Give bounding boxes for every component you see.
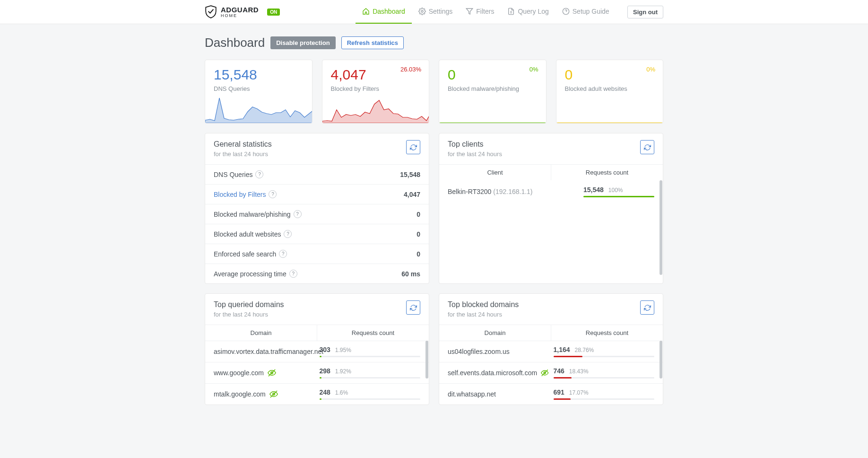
- nav-settings[interactable]: Settings: [412, 0, 460, 24]
- signout-button[interactable]: Sign out: [627, 6, 663, 18]
- stat-label: Blocked malware/phishing: [448, 85, 538, 92]
- logo[interactable]: ADGUARD HOME ON: [205, 5, 280, 18]
- domain-cell[interactable]: dit.whatsapp.net: [448, 390, 549, 398]
- row-safe-search: Enforced safe search? 0: [205, 244, 429, 264]
- bar: [320, 398, 421, 400]
- brand-name: ADGUARD: [221, 6, 259, 13]
- count-pct: 1.95%: [335, 347, 351, 353]
- scrollbar[interactable]: [425, 341, 428, 379]
- home-icon: [362, 8, 370, 15]
- nav-filters[interactable]: Filters: [459, 0, 501, 24]
- row-label: DNS Queries: [214, 171, 252, 178]
- domain-cell[interactable]: us04logfiles.zoom.us: [448, 348, 549, 355]
- signout-wrap: Sign out: [627, 6, 663, 18]
- card-subtitle: for the last 24 hours: [214, 311, 406, 318]
- bar: [554, 398, 655, 400]
- row-label: Blocked adult websites: [214, 230, 281, 238]
- sparkline-blocked: [322, 96, 430, 123]
- refresh-card-button[interactable]: [406, 300, 420, 315]
- count-pct: 28.76%: [575, 347, 594, 353]
- stat-pct: 0%: [529, 66, 538, 73]
- refresh-statistics-button[interactable]: Refresh statistics: [341, 36, 404, 49]
- bar: [320, 356, 421, 357]
- domain-cell[interactable]: self.events.data.microsoft.com: [448, 369, 549, 377]
- nav-query-log[interactable]: Query Log: [501, 0, 555, 24]
- stat-card-dns: 15,548 DNS Queries: [205, 60, 312, 123]
- bar: [554, 356, 655, 357]
- domain-name: mtalk.google.com: [214, 390, 266, 398]
- card-title: Top clients: [448, 140, 640, 149]
- stat-grid: 15,548 DNS Queries 26.03% 4,047 Blocked …: [205, 60, 663, 123]
- scrollbar[interactable]: [660, 341, 662, 379]
- brand-sub: HOME: [221, 13, 259, 18]
- domain-cell[interactable]: mtalk.google.com: [214, 390, 315, 398]
- refresh-card-button[interactable]: [640, 300, 654, 315]
- count-cell: 69117.07%: [549, 388, 655, 400]
- stat-card-malware: 0% 0 Blocked malware/phishing: [439, 60, 547, 123]
- stat-card-blocked: 26.03% 4,047 Blocked by Filters: [322, 60, 430, 123]
- table-row: us04logfiles.zoom.us 1,16428.76%: [439, 341, 663, 362]
- table-head: Domain Requests count: [439, 325, 663, 341]
- count-value: 746: [554, 367, 564, 375]
- stat-card-adult: 0% 0 Blocked adult websites: [556, 60, 664, 123]
- card-title: General statistics: [214, 140, 406, 149]
- help-icon[interactable]: ?: [294, 210, 302, 218]
- count-cell: 15,548100%: [583, 186, 654, 197]
- card-subtitle: for the last 24 hours: [448, 311, 640, 318]
- count-cell: 2481.6%: [315, 388, 421, 400]
- help-icon[interactable]: ?: [289, 270, 297, 278]
- refresh-icon: [644, 304, 651, 311]
- disable-protection-button[interactable]: Disable protection: [270, 36, 335, 49]
- bar: [554, 377, 655, 379]
- client-cell[interactable]: Belkin-RT3200 (192.168.1.1): [448, 188, 583, 195]
- refresh-card-button[interactable]: [406, 140, 420, 154]
- refresh-icon: [644, 144, 651, 151]
- stat-pct: 0%: [646, 66, 655, 73]
- card-top-blocked: Top blocked domains for the last 24 hour…: [439, 293, 663, 405]
- svg-point-0: [421, 10, 423, 12]
- card-top-queried: Top queried domains for the last 24 hour…: [205, 293, 429, 405]
- count-pct: 18.43%: [569, 368, 589, 375]
- bar: [320, 377, 421, 379]
- nav-dashboard[interactable]: Dashboard: [356, 0, 412, 24]
- help-icon[interactable]: ?: [269, 190, 277, 198]
- card-title: Top queried domains: [214, 300, 406, 309]
- row-link[interactable]: Blocked by Filters: [214, 191, 266, 198]
- status-badge: ON: [267, 9, 280, 16]
- domain-cell[interactable]: asimov.vortex.data.trafficmanager.net: [214, 348, 315, 355]
- col-requests: Requests count: [551, 165, 663, 180]
- row-label: Blocked malware/phishing: [214, 211, 291, 218]
- table-row: dit.whatsapp.net 69117.07%: [439, 383, 663, 405]
- refresh-icon: [410, 144, 417, 151]
- card-title: Top blocked domains: [448, 300, 640, 309]
- tracker-icon: [541, 369, 548, 377]
- card-top-clients: Top clients for the last 24 hours Client…: [439, 133, 663, 284]
- stat-label: Blocked adult websites: [565, 85, 655, 92]
- domain-cell[interactable]: www.google.com: [214, 369, 315, 377]
- row-label: Average processing time: [214, 270, 286, 278]
- count-value: 691: [554, 388, 564, 396]
- shield-icon: [205, 5, 217, 18]
- count-pct: 100%: [608, 187, 623, 194]
- col-domain: Domain: [439, 325, 551, 341]
- table-row: asimov.vortex.data.trafficmanager.net 30…: [205, 341, 429, 362]
- help-icon[interactable]: ?: [279, 250, 287, 258]
- scrollbar[interactable]: [660, 180, 662, 275]
- refresh-icon: [410, 304, 417, 311]
- count-value: 298: [320, 367, 330, 375]
- count-cell: 2981.92%: [315, 367, 421, 379]
- row-value: 0: [417, 250, 420, 258]
- col-domain: Domain: [205, 325, 317, 341]
- count-value: 15,548: [583, 186, 604, 194]
- stat-label: Blocked by Filters: [331, 85, 421, 92]
- help-icon[interactable]: ?: [255, 170, 263, 178]
- count-pct: 17.07%: [569, 389, 589, 396]
- row-dns-queries: DNS Queries? 15,548: [205, 164, 429, 184]
- nav-label: Filters: [476, 8, 494, 15]
- help-icon: [562, 8, 570, 15]
- help-icon[interactable]: ?: [284, 230, 292, 238]
- nav-label: Setup Guide: [573, 8, 609, 15]
- refresh-card-button[interactable]: [640, 140, 654, 154]
- nav-setup-guide[interactable]: Setup Guide: [556, 0, 616, 24]
- count-pct: 1.92%: [335, 368, 351, 375]
